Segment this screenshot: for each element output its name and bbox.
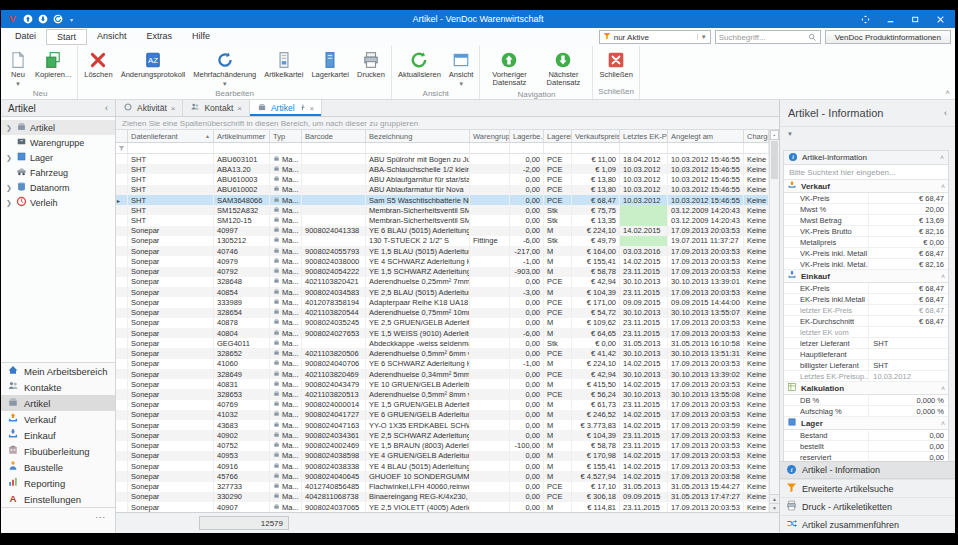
ribbon-collapse-icon[interactable]: ˄ [945, 88, 950, 97]
table-row[interactable]: Sonepar40792Ma...9008024054222YE 1,5 SCH… [116, 267, 769, 277]
sidebar-more-button[interactable]: ... [1, 507, 115, 522]
close-view-button[interactable]: Schließen [595, 49, 636, 81]
table-row[interactable]: Sonepar328652Ma...4021103820506Aderendhu… [116, 348, 769, 358]
sidebar-item-einkauf[interactable]: Einkauf [1, 427, 115, 443]
table-row[interactable]: Sonepar40769Ma...9008024000014YE 1,5 GRU… [116, 400, 769, 410]
chevron-up-icon[interactable]: ˄ [941, 420, 945, 427]
table-row[interactable]: Sonepar40916Ma...9008024038338YE 4 BLAU … [116, 461, 769, 471]
fullscreen-button[interactable] [861, 15, 870, 24]
table-row[interactable]: SHTSM120-15Ma...Membran-Sicherheitsventi… [116, 215, 769, 225]
table-row[interactable]: Sonepar45766Ma...9008024040645GHUOEF 10 … [116, 471, 769, 481]
panel-tab-artikel-zusammenführen[interactable]: Artikel zusammenführen [780, 515, 955, 533]
table-row[interactable]: Sonepar328648Ma...4021103820421Aderendhu… [116, 277, 769, 287]
expand-icon[interactable]: ❯ [5, 154, 13, 162]
table-row[interactable]: Sonepar43683Ma...9008024047163YY-O 1X35 … [116, 420, 769, 430]
table-row[interactable]: Sonepar40854Ma...9008024034583YE 2,5 BLA… [116, 287, 769, 297]
info-group-header-lager[interactable]: Lager˄ [784, 417, 948, 430]
column-header-7[interactable]: Lagerein... [544, 130, 572, 142]
filter-cell[interactable] [510, 143, 544, 153]
column-header-10[interactable]: Angelegt am [668, 130, 744, 142]
tree-item-lager[interactable]: ❯Lager [1, 150, 115, 165]
view-button[interactable]: Ansicht▼ [445, 49, 478, 89]
tree-item-fahrzeug[interactable]: Fahrzeug [1, 165, 115, 180]
tab-close-icon[interactable]: × [237, 104, 242, 113]
table-row[interactable]: ▸SHTSAM3648066Ma...Sam S5 Waschtischbatt… [116, 195, 769, 205]
table-row[interactable]: Sonepar40878Ma...9008024035245YE 2,5 GRU… [116, 318, 769, 328]
scrollbar-down-icon[interactable]: ▼ [770, 503, 779, 512]
info-search-input[interactable]: Bitte Suchtext hier eingeben... [784, 165, 948, 180]
info-panel-toolbar[interactable]: ▼ [780, 126, 955, 140]
qat-dropdown-icon[interactable]: ▾ [70, 16, 73, 23]
qat-up-icon[interactable] [23, 10, 33, 28]
tree-item-artikel[interactable]: ❯Artikel [1, 120, 115, 135]
new-button[interactable]: Neu▼ [5, 49, 31, 89]
tab-aktivität[interactable]: Aktivität× [116, 100, 183, 116]
column-header-1[interactable]: Artikelnummer [214, 130, 270, 142]
pin-icon[interactable] [299, 104, 306, 113]
table-row[interactable]: Sonepar330290Ma...4042811068738Binaerein… [116, 492, 769, 502]
panel-tab-erweiterte-artikelsuche[interactable]: Erweiterte Artikelsuche [780, 479, 955, 497]
menu-item-start[interactable]: Start [46, 29, 87, 45]
table-row[interactable]: SoneparGEG4011Ma...Abdeckkappe -weiss se… [116, 338, 769, 348]
menu-item-datei[interactable]: Datei [5, 29, 46, 45]
table-row[interactable]: Sonepar40997Ma...9008024041338YE 6 BLAU … [116, 226, 769, 236]
filter-cell[interactable] [128, 143, 214, 153]
table-row[interactable]: Sonepar328649Ma...4021103820469Aderendhu… [116, 369, 769, 379]
filter-cell[interactable] [366, 143, 470, 153]
sidebar-item-mein-arbeitsbereich[interactable]: Mein Arbeitsbereich [1, 363, 115, 379]
menu-item-hilfe[interactable]: Hilfe [182, 29, 220, 45]
table-row[interactable]: Sonepar40953Ma...9008024038598YE 4 GRUEN… [116, 451, 769, 461]
chevron-up-icon[interactable]: ˄ [941, 183, 945, 190]
table-row[interactable]: Sonepar40746Ma...9008024055793YE 1,5 BLA… [116, 246, 769, 256]
scrollbar-thumb[interactable] [771, 141, 778, 179]
sidebar-item-kontakte[interactable]: Kontakte [1, 379, 115, 395]
sidebar-item-reporting[interactable]: Reporting [1, 475, 115, 491]
refresh-button[interactable]: Aktualisieren [394, 49, 445, 81]
filter-cell[interactable] [668, 143, 744, 153]
expand-icon[interactable]: ❯ [5, 199, 13, 207]
panel-tab-artikel-information[interactable]: iArtikel - Information [780, 461, 955, 479]
changelog-button[interactable]: AZÄnderungsprotokoll [117, 49, 190, 81]
expand-icon[interactable]: ❯ [5, 124, 13, 132]
tab-kontakt[interactable]: Kontakt× [183, 100, 250, 116]
filter-cell[interactable] [302, 143, 366, 153]
column-header-8[interactable]: Verkaufspreis N... [572, 130, 620, 142]
next-record-button[interactable]: Nächster Datensatz [536, 49, 590, 90]
search-input[interactable] [719, 33, 808, 42]
qat-refresh-icon[interactable] [53, 10, 63, 28]
product-info-button[interactable]: VenDoc Produktinformationen [825, 30, 951, 44]
table-row[interactable]: Sonepar40804Ma...9008024027653YE 1,5 WEI… [116, 328, 769, 338]
panel-tab-druck-artikeletiketten[interactable]: Druck - Artikeletiketten [780, 497, 955, 515]
table-row[interactable]: Sonepar40979Ma...9008024038000YE 4 SCHWA… [116, 256, 769, 266]
column-header-11[interactable]: Chargenv... [744, 130, 769, 142]
chevron-up-icon[interactable]: ˄ [941, 385, 945, 392]
info-group-header-einkauf[interactable]: Einkauf˄ [784, 270, 948, 283]
table-row[interactable]: Sonepar1305212Ma...130 T-STUECK 2 1/2" S… [116, 236, 769, 246]
sidebar-item-fibuüberleitung[interactable]: Fibuüberleitung [1, 443, 115, 459]
delete-button[interactable]: Löschen [80, 49, 116, 81]
tab-close-icon[interactable]: × [171, 104, 176, 113]
filter-cell[interactable] [744, 143, 769, 153]
multi-edit-button[interactable]: Mehrfachänderung▼ [189, 49, 260, 89]
tab-artikel[interactable]: Artikel× [250, 100, 322, 116]
filter-combo[interactable]: nur Aktive ▼ [599, 30, 711, 44]
table-row[interactable]: SHTABU610003Ma...ABU Ablaufgarnitur für … [116, 174, 769, 184]
info-group-header-verkauf[interactable]: Verkauf˄ [784, 180, 948, 193]
table-row[interactable]: Sonepar328654Ma...4021103820544Aderendhu… [116, 308, 769, 318]
column-header-0[interactable]: Datenlieferant▲ [128, 130, 214, 142]
sidebar-item-einstellungen[interactable]: AEinstellungen [1, 491, 115, 507]
filter-cell[interactable] [620, 143, 668, 153]
chevron-up-icon[interactable]: ˄ [941, 273, 945, 280]
column-header-9[interactable]: Letztes EK-Preisup... [620, 130, 668, 142]
sidebar-item-verkauf[interactable]: Verkauf [1, 411, 115, 427]
column-header-4[interactable]: Bezeichnung [366, 130, 470, 142]
info-section-header[interactable]: i Artikel-Information ˄ [784, 151, 948, 165]
sidebar-item-artikel[interactable]: Artikel [1, 395, 115, 411]
table-row[interactable]: Sonepar333989Ma...4012078358194Adapterpa… [116, 297, 769, 307]
table-row[interactable]: Sonepar327733Ma...4012740856485Flachwink… [116, 482, 769, 492]
scrollbar-filter-button[interactable]: ▪ [770, 130, 779, 140]
menu-item-ansicht[interactable]: Ansicht [87, 29, 137, 45]
collapse-right-icon[interactable]: ‹ [944, 108, 947, 118]
table-row[interactable]: Sonepar40752Ma...9008024002469YE 1,5 BRA… [116, 441, 769, 451]
table-row[interactable]: Sonepar40902Ma...9008024034361YE 2,5 SCH… [116, 430, 769, 440]
